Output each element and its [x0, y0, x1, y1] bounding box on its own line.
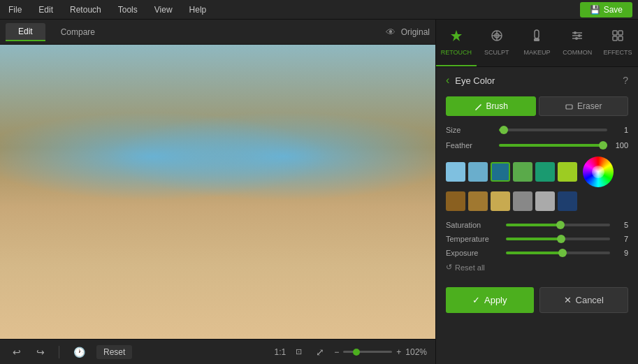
history-button[interactable]: 🕐 [69, 344, 89, 361]
swatch-3[interactable] [513, 162, 532, 182]
tab-retouch[interactable]: RETOUCH [436, 20, 477, 66]
view-controls: 👁 Original [386, 27, 430, 38]
separator [59, 346, 59, 358]
swatch-1[interactable] [468, 162, 488, 182]
temperature-row: Temperature 7 [446, 235, 628, 243]
reset-all-button[interactable]: ↺ Reset all [446, 263, 628, 272]
help-icon[interactable]: ? [623, 75, 628, 86]
sculpt-icon [490, 29, 504, 46]
apply-button[interactable]: ✓ Apply [446, 287, 534, 313]
size-label: Size [446, 126, 495, 134]
menu-edit[interactable]: Edit [36, 3, 56, 16]
exposure-slider[interactable] [506, 252, 610, 254]
panel-header: ‹ Eye Color ? [446, 74, 628, 87]
zoom-controls: − + 102% [334, 347, 427, 357]
zoom-plus-icon[interactable]: + [396, 347, 401, 357]
menu-help[interactable]: Help [187, 3, 210, 16]
eraser-button[interactable]: Eraser [539, 96, 629, 116]
tab-effects[interactable]: EFFECTS [597, 20, 638, 66]
temperature-label: Temperature [446, 235, 502, 243]
exposure-row: Exposure 9 [446, 249, 628, 257]
saturation-slider[interactable] [506, 224, 610, 226]
zoom-slider[interactable] [343, 351, 392, 353]
feather-value: 100 [611, 141, 628, 150]
svg-rect-16 [566, 105, 572, 109]
photo-canvas[interactable] [0, 45, 435, 339]
tool-tabs: RETOUCH SCULPT MAKEUP COMMON [436, 20, 638, 67]
svg-rect-12 [613, 31, 617, 35]
original-label: Original [401, 27, 430, 37]
retouch-label: RETOUCH [441, 49, 472, 56]
makeup-label: MAKEUP [523, 49, 550, 56]
swatch-5[interactable] [558, 162, 577, 182]
saturation-label: Saturation [446, 221, 502, 229]
edit-tabs-bar: Edit Compare 👁 Original [0, 20, 435, 45]
back-button[interactable]: ‹ [446, 74, 449, 87]
tab-common[interactable]: COMMON [557, 20, 597, 66]
tab-compare[interactable]: Compare [48, 24, 108, 41]
tab-sculpt[interactable]: SCULPT [477, 20, 517, 66]
fit-screen-button[interactable]: ⊡ [291, 344, 306, 359]
swatch-0[interactable] [446, 162, 465, 182]
eraser-icon [565, 102, 574, 111]
swatch-11[interactable] [558, 191, 577, 211]
brush-icon [474, 102, 483, 111]
svg-rect-13 [618, 31, 623, 35]
swatch-9[interactable] [513, 191, 532, 211]
feather-row: Feather 100 [446, 141, 628, 150]
action-buttons: ✓ Apply ✕ Cancel [446, 282, 628, 319]
color-swatches [446, 156, 628, 211]
swatch-6[interactable] [446, 191, 465, 211]
x-icon: ✕ [564, 295, 572, 305]
svg-rect-4 [535, 30, 539, 38]
size-value: 1 [611, 126, 628, 134]
reset-button[interactable]: Reset [96, 345, 132, 359]
zoom-value: 102% [405, 347, 427, 357]
menu-bar: File Edit Retouch Tools View Help 💾 Save [0, 0, 638, 20]
svg-rect-15 [618, 36, 623, 41]
canvas-area [0, 45, 435, 339]
feather-slider[interactable] [499, 144, 607, 147]
sculpt-label: SCULPT [484, 49, 509, 56]
menu-file[interactable]: File [6, 3, 24, 16]
tab-edit[interactable]: Edit [6, 23, 45, 41]
eye-icon[interactable]: 👁 [386, 27, 396, 38]
svg-rect-5 [534, 38, 539, 41]
swatch-4[interactable] [535, 162, 555, 182]
menu-view[interactable]: View [152, 3, 175, 16]
left-panel: Edit Compare 👁 Original ↩ ↪ 🕐 Reset 1:1 … [0, 20, 435, 364]
feather-label: Feather [446, 141, 495, 150]
panel-title: Eye Color [455, 75, 623, 86]
size-row: Size 1 [446, 126, 628, 134]
color-wheel-picker[interactable] [583, 156, 614, 187]
swatch-10[interactable] [535, 191, 555, 211]
svg-rect-14 [613, 36, 617, 41]
exposure-value: 9 [614, 249, 628, 257]
bottom-toolbar: ↩ ↪ 🕐 Reset 1:1 ⊡ ⤢ − + 102% [0, 339, 435, 364]
swatch-8[interactable] [491, 191, 510, 211]
undo-button[interactable]: ↩ [8, 344, 25, 361]
saturation-row: Saturation 5 [446, 221, 628, 229]
tab-makeup[interactable]: MAKEUP [517, 20, 558, 66]
swatch-7[interactable] [468, 191, 488, 211]
svg-point-10 [578, 34, 581, 37]
size-slider[interactable] [499, 129, 607, 131]
common-label: COMMON [563, 49, 592, 56]
save-icon: 💾 [590, 5, 600, 15]
svg-point-9 [574, 31, 577, 34]
save-button[interactable]: 💾 Save [580, 2, 632, 17]
zoom-minus-icon[interactable]: − [334, 347, 339, 357]
redo-button[interactable]: ↪ [32, 344, 49, 361]
eye-color-panel: ‹ Eye Color ? Brush Eraser Size 1 [436, 67, 638, 364]
menu-tools[interactable]: Tools [115, 3, 140, 16]
retouch-icon [449, 29, 463, 46]
cancel-button[interactable]: ✕ Cancel [539, 287, 629, 313]
reset-icon: ↺ [446, 263, 452, 272]
fullscreen-button[interactable]: ⤢ [312, 344, 328, 361]
brush-button[interactable]: Brush [446, 96, 536, 116]
effects-label: EFFECTS [604, 49, 632, 56]
brush-eraser-toggle: Brush Eraser [446, 96, 628, 116]
menu-retouch[interactable]: Retouch [67, 3, 104, 16]
temperature-slider[interactable] [506, 238, 610, 240]
swatch-2[interactable] [491, 162, 510, 182]
